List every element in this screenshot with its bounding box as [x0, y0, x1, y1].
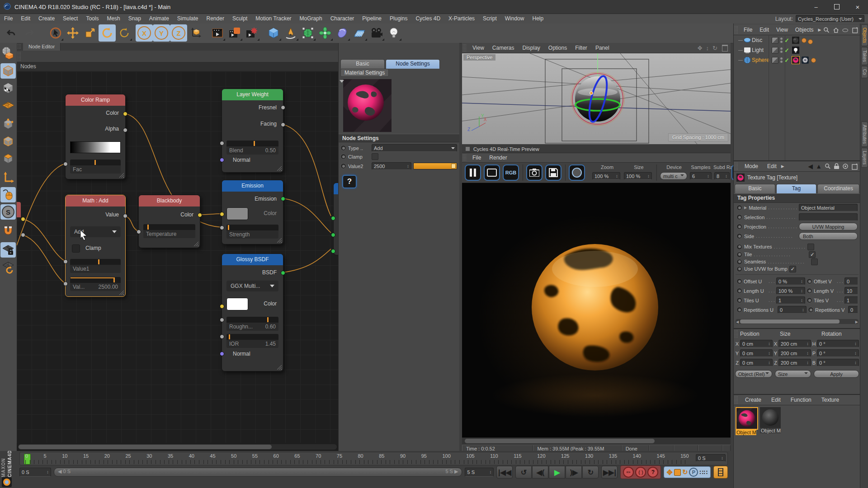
port-dot[interactable]: [63, 162, 68, 166]
play-button[interactable]: ▶: [549, 466, 565, 479]
clamp-checkbox[interactable]: [72, 244, 80, 253]
menu-item[interactable]: Mesh: [103, 14, 124, 23]
layer-toggle[interactable]: [772, 57, 778, 64]
add-camera-button[interactable]: [368, 24, 385, 42]
material-preview[interactable]: [343, 79, 392, 132]
anim-dot[interactable]: [808, 307, 814, 313]
node-offscreen-left[interactable]: [17, 202, 21, 217]
node-layer-weight[interactable]: Layer Weight Fresnel Facing Blend0.50 No…: [222, 89, 283, 173]
anim-dot[interactable]: [736, 278, 742, 284]
anim-dot[interactable]: [736, 233, 742, 239]
add-deformer-button[interactable]: [316, 24, 334, 42]
value1-slider[interactable]: Value1: [70, 259, 121, 273]
device-dropdown[interactable]: multi c: [660, 172, 687, 180]
phong-tag-icon[interactable]: [802, 38, 807, 43]
step-forward-button[interactable]: )▶: [566, 466, 582, 479]
anim-dot[interactable]: [736, 297, 742, 303]
menu-item[interactable]: Pipeline: [358, 14, 386, 23]
node-title[interactable]: Color Ramp: [66, 94, 125, 106]
fac-slider[interactable]: Fac: [70, 160, 121, 174]
mat-menu-item[interactable]: Edit: [766, 395, 786, 405]
add-generator-button[interactable]: [299, 24, 316, 42]
cycles-menu-item[interactable]: File: [468, 153, 485, 163]
scale-tool-button[interactable]: [81, 24, 99, 42]
drag-grip[interactable]: [462, 44, 467, 52]
color-ramp-gradient[interactable]: [70, 141, 121, 153]
range-start-field[interactable]: 0 S↕: [19, 468, 51, 477]
drag-grip[interactable]: [734, 162, 739, 170]
strength-slider[interactable]: Strength: [226, 225, 278, 239]
drag-grip[interactable]: [17, 52, 22, 61]
port-dot[interactable]: [281, 122, 285, 127]
node-title[interactable]: Math : Add: [66, 195, 125, 206]
key-rotation-toggle[interactable]: ↻: [682, 468, 688, 476]
om-menu-item[interactable]: Edit: [756, 25, 773, 35]
attr-menu-item[interactable]: Edit: [763, 162, 781, 171]
eye-icon[interactable]: [842, 27, 849, 33]
anim-dot[interactable]: [736, 266, 742, 272]
tag-icon[interactable]: [808, 39, 813, 44]
size-field[interactable]: 200 cm↕: [778, 349, 811, 357]
menu-item[interactable]: Motion Tracker: [251, 14, 295, 23]
key-position-toggle[interactable]: ✥: [666, 468, 672, 477]
menu-item[interactable]: Animate: [145, 14, 173, 23]
tab-objects[interactable]: Objects: [861, 24, 868, 46]
object-row-light[interactable]: Light ✓: [734, 45, 860, 55]
node-blackbody[interactable]: Blackbody Color Temperature: [138, 195, 200, 248]
port-dot[interactable]: [63, 282, 68, 286]
size-mode-dropdown[interactable]: Size: [775, 370, 811, 378]
anim-dot[interactable]: [736, 288, 742, 294]
search-icon[interactable]: [825, 163, 831, 169]
new-panel-icon[interactable]: [852, 27, 859, 33]
stepper-icon[interactable]: ↕: [647, 173, 650, 180]
phong-tag-icon[interactable]: [811, 58, 816, 63]
samples-field[interactable]: 6↕: [690, 172, 712, 180]
redo-button[interactable]: [21, 24, 38, 42]
anim-dot[interactable]: [736, 307, 742, 313]
node-title[interactable]: Glossy BSDF: [222, 254, 283, 265]
node-editor-tab[interactable]: Node Editor: [23, 43, 61, 51]
expand-triangle-icon[interactable]: [340, 80, 344, 85]
viewport-3d-scene[interactable]: YXZ: [462, 53, 731, 144]
y-axis-lock-button[interactable]: Y: [153, 24, 170, 42]
menu-more-icon[interactable]: ▶: [818, 28, 821, 32]
pan-view-icon[interactable]: ✥: [698, 45, 703, 52]
undo-button[interactable]: [3, 24, 20, 42]
tile-checkbox[interactable]: ✓: [809, 251, 816, 258]
tab-node-settings[interactable]: Node Settings: [386, 59, 440, 69]
ior-slider[interactable]: IOR1.45: [226, 334, 278, 348]
layer-toggle[interactable]: [772, 47, 778, 54]
temperature-slider[interactable]: Temperature: [143, 224, 195, 238]
anim-dot[interactable]: [340, 145, 346, 151]
rotate-tool-button[interactable]: [99, 24, 116, 42]
port-dot[interactable]: [63, 259, 68, 264]
offset-u-field[interactable]: 0 %↕: [776, 277, 805, 285]
current-frame-field[interactable]: 0 S↕: [696, 454, 726, 462]
object-row-sphere[interactable]: Sphere ✓: [734, 55, 860, 65]
cycles-tag-icon[interactable]: [802, 56, 809, 64]
value2-slider[interactable]: [413, 163, 457, 169]
math-operation-dropdown[interactable]: Add: [70, 226, 121, 237]
size-field[interactable]: 200 cm↕: [778, 359, 811, 366]
move-tool-button[interactable]: [64, 24, 81, 42]
keyframe-presets-button[interactable]: [713, 466, 728, 479]
range-scrollbar[interactable]: ◀ 0 S 5 S ▶: [54, 468, 462, 477]
minimize-button[interactable]: –: [806, 0, 826, 14]
material-link-field[interactable]: Object Material: [799, 204, 858, 211]
visibility-dots[interactable]: [780, 38, 783, 43]
render-picture-viewer-button[interactable]: [226, 24, 243, 42]
viewport-menu-item[interactable]: Filter: [571, 43, 591, 53]
position-field[interactable]: 0 cm↕: [740, 340, 773, 347]
goto-end-button[interactable]: ▶▶|: [601, 466, 618, 479]
node-color-ramp[interactable]: Color Ramp Color Alpha Fac: [65, 94, 126, 179]
rotation-field[interactable]: 0 °↕: [817, 340, 859, 347]
new-panel-icon[interactable]: [852, 163, 859, 170]
port-dot[interactable]: [198, 213, 202, 217]
anim-dot[interactable]: [736, 244, 742, 250]
tab-coordinates[interactable]: Coordinates: [817, 184, 859, 193]
menu-more-icon[interactable]: ▶: [781, 164, 784, 169]
tab-tag[interactable]: Tag: [776, 184, 817, 193]
snapshot-button[interactable]: [526, 164, 542, 181]
autokey-button[interactable]: ( ): [635, 467, 646, 478]
light-tag-icon[interactable]: [792, 47, 799, 54]
